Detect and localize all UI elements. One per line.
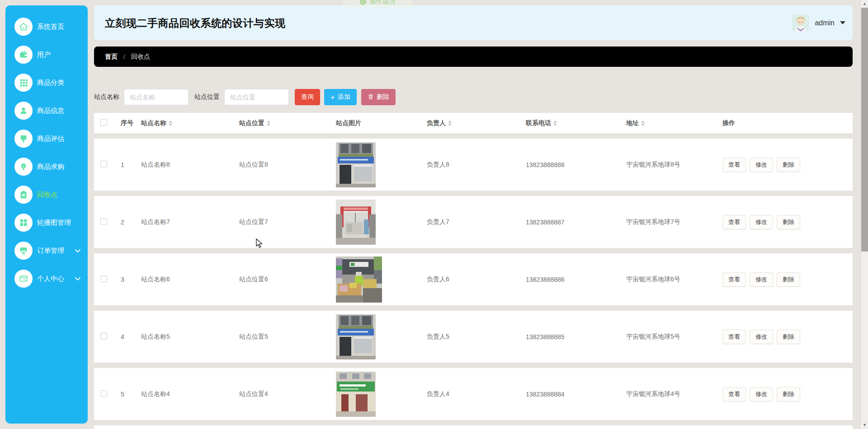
row-checkbox[interactable] (100, 275, 107, 282)
delete-button[interactable]: 删除 (777, 215, 800, 229)
brush-icon (14, 130, 33, 148)
page-title: 立刻现二手商品回收系统的设计与实现 (105, 16, 286, 30)
filter-bar: 站点名称 站点位置 查询 + 添加 删除 (94, 89, 396, 106)
sort-icon[interactable] (267, 121, 270, 126)
add-button[interactable]: + 添加 (324, 89, 357, 105)
view-button[interactable]: 查看 (722, 215, 746, 229)
edit-button[interactable]: 修改 (750, 272, 773, 287)
sidebar-item-home[interactable]: 系统首页 (5, 13, 88, 41)
edit-button[interactable]: 修改 (750, 330, 773, 344)
column-header[interactable]: 站点名称 (141, 119, 239, 127)
column-header[interactable]: 负责人 (427, 119, 526, 127)
station-photo[interactable] (336, 142, 376, 187)
breadcrumb-home[interactable]: 首页 (105, 53, 118, 61)
sidebar-item-label: 用户 (37, 51, 51, 59)
station-location-label: 站点位置 (194, 93, 220, 101)
sort-icon[interactable] (169, 121, 172, 126)
cell-index: 4 (114, 333, 141, 340)
cell-station-location: 站点位置8 (239, 161, 336, 169)
sidebar-item-banner-management[interactable]: 轮播图管理 (5, 209, 88, 237)
cell-phone: 13823888885 (526, 333, 626, 340)
blocks-icon (14, 214, 33, 232)
row-checkbox[interactable] (100, 333, 107, 340)
cell-station-name: 站点名称7 (141, 218, 239, 226)
edit-button[interactable]: 修改 (750, 387, 773, 401)
sidebar-item-users[interactable]: 用户 (5, 41, 88, 69)
column-header[interactable]: 联系电话 (526, 119, 626, 127)
sidebar-item-label: 系统首页 (37, 23, 64, 31)
cell-station-location: 站点位置5 (239, 333, 336, 341)
delete-button[interactable]: 删除 (777, 330, 800, 344)
view-button[interactable]: 查看 (722, 272, 746, 287)
delete-button[interactable]: 删除 (777, 387, 800, 401)
station-photo[interactable] (336, 256, 382, 303)
row-actions: 查看修改删除 (722, 158, 853, 172)
scrollbar-thumb[interactable] (861, 8, 868, 252)
stations-table: 序号站点名称站点位置站点图片负责人联系电话地址操作 1 站点名称8 站点位置8 … (94, 113, 853, 429)
row-checkbox[interactable] (100, 218, 107, 225)
view-button[interactable]: 查看 (722, 158, 746, 172)
cell-manager: 负责人6 (427, 275, 526, 284)
sidebar-item-label: 回收点 (37, 191, 57, 199)
page-header: 立刻现二手商品回收系统的设计与实现 admin (94, 5, 853, 40)
grid-icon (14, 74, 33, 92)
sidebar-item-product-info[interactable]: 商品信息 (5, 97, 88, 125)
row-checkbox[interactable] (100, 161, 107, 168)
table-row: 2 站点名称7 站点位置7 负责人7 13823888887 宇宙银河系地球7号… (94, 196, 853, 248)
station-photo[interactable] (336, 372, 376, 417)
cell-station-name: 站点名称6 (141, 275, 239, 284)
user-name: admin (815, 19, 835, 27)
view-button[interactable]: 查看 (722, 330, 746, 344)
plus-icon: + (330, 93, 335, 101)
table-row: 1 站点名称8 站点位置8 负责人8 13823888888 宇宙银河系地球8号… (94, 139, 853, 191)
sidebar-item-recycle-station[interactable]: 回收点 (5, 181, 88, 209)
sidebar-item-product-evaluation[interactable]: 商品评估 (5, 125, 88, 153)
sidebar-item-product-wanted[interactable]: 商品求购 (5, 153, 88, 181)
chevron-down-icon (75, 275, 80, 283)
sidebar-item-personal-center[interactable]: 个人中心 (5, 265, 88, 293)
row-actions: 查看修改删除 (722, 330, 853, 344)
station-name-label: 站点名称 (94, 93, 119, 101)
sort-icon[interactable] (641, 121, 645, 126)
column-header[interactable]: 站点位置 (239, 119, 336, 127)
edit-button[interactable]: 修改 (750, 215, 773, 229)
table-row: 4 站点名称5 站点位置5 负责人5 13823888885 宇宙银河系地球5号… (94, 311, 853, 363)
delete-button[interactable]: 删除 (777, 158, 800, 172)
delete-button[interactable]: 删除 (777, 272, 800, 287)
station-location-input[interactable] (224, 89, 289, 105)
breadcrumb-current: 回收点 (131, 53, 150, 61)
success-toast: ✓ 操作成功 (343, 0, 412, 8)
edit-button[interactable]: 修改 (750, 158, 773, 172)
sidebar-item-label: 商品信息 (37, 107, 64, 115)
avatar[interactable] (792, 14, 809, 32)
column-header[interactable]: 地址 (626, 119, 722, 127)
user-menu[interactable]: admin (792, 14, 845, 32)
sidebar-item-order-management[interactable]: 订单管理 (5, 237, 88, 265)
toast-message: 操作成功 (370, 0, 395, 6)
row-actions: 查看修改删除 (722, 272, 853, 287)
sort-icon[interactable] (553, 121, 557, 126)
station-name-input[interactable] (124, 89, 189, 105)
scrollbar-down-icon[interactable]: ▼ (861, 421, 868, 429)
station-photo[interactable] (336, 314, 376, 359)
sidebar: 系统首页 用户 商品分类 商品信息 (5, 5, 88, 424)
cell-station-location: 站点位置4 (239, 390, 336, 398)
station-photo[interactable] (336, 200, 376, 245)
select-all-checkbox[interactable] (100, 119, 107, 126)
user-icon (14, 102, 33, 120)
trash-icon (368, 93, 374, 101)
user-dropdown-caret-icon (840, 21, 845, 24)
scrollbar-up-icon[interactable]: ▲ (861, 0, 868, 8)
delete-button[interactable]: 删除 (361, 89, 396, 105)
table-row: 3 站点名称6 站点位置6 负责人6 13823888886 宇宙银河系地球6号… (94, 253, 853, 305)
cell-manager: 负责人7 (427, 218, 526, 226)
sidebar-item-product-category[interactable]: 商品分类 (5, 69, 88, 97)
row-checkbox[interactable] (100, 390, 107, 397)
view-button[interactable]: 查看 (722, 387, 746, 401)
cell-address: 宇宙银河系地球5号 (626, 333, 722, 341)
search-button[interactable]: 查询 (295, 89, 320, 105)
row-actions: 查看修改删除 (722, 215, 853, 229)
vertical-scrollbar[interactable]: ▲ ▼ (860, 0, 868, 429)
sort-icon[interactable] (448, 121, 452, 126)
monitor-icon (14, 242, 33, 260)
